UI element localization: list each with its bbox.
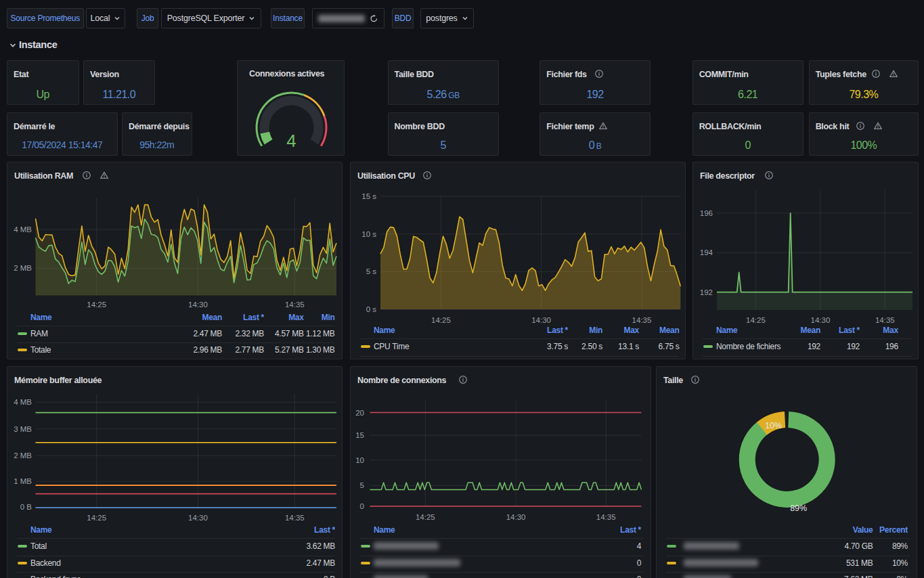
svg-text:14:35: 14:35 [596, 513, 616, 521]
svg-text:2 MB: 2 MB [14, 451, 32, 460]
svg-text:14:25: 14:25 [87, 301, 106, 309]
svg-text:0 B: 0 B [20, 503, 32, 511]
svg-text:4 MB: 4 MB [14, 225, 32, 234]
svg-text:14:35: 14:35 [632, 316, 652, 324]
svg-text:10: 10 [355, 456, 364, 464]
svg-text:5: 5 [360, 481, 364, 489]
svg-text:5 s: 5 s [366, 267, 377, 275]
svg-text:14:35: 14:35 [875, 316, 895, 324]
svg-text:14:25: 14:25 [431, 316, 451, 324]
svg-text:20: 20 [355, 409, 364, 417]
svg-text:15: 15 [355, 431, 364, 439]
svg-text:15 s: 15 s [361, 192, 376, 200]
svg-text:14:25: 14:25 [416, 513, 435, 521]
svg-text:14:30: 14:30 [506, 513, 526, 521]
svg-text:3 MB: 3 MB [14, 425, 32, 433]
svg-text:10%: 10% [765, 421, 782, 430]
svg-text:194: 194 [700, 248, 713, 257]
svg-text:14:30: 14:30 [811, 316, 831, 324]
svg-text:14:25: 14:25 [746, 316, 766, 324]
svg-text:14:30: 14:30 [531, 316, 551, 324]
svg-text:4 MB: 4 MB [14, 398, 32, 406]
svg-text:0 s: 0 s [366, 305, 377, 313]
svg-text:10 s: 10 s [361, 230, 376, 238]
svg-text:14:35: 14:35 [285, 301, 305, 309]
svg-text:2 MB: 2 MB [14, 264, 32, 272]
svg-text:192: 192 [700, 288, 713, 296]
svg-text:196: 196 [700, 209, 713, 217]
svg-text:14:30: 14:30 [188, 514, 208, 522]
svg-text:89%: 89% [790, 504, 807, 513]
svg-text:14:30: 14:30 [188, 301, 208, 309]
svg-text:14:35: 14:35 [285, 514, 305, 522]
svg-text:0: 0 [360, 502, 364, 510]
svg-text:1 MB: 1 MB [14, 477, 32, 485]
svg-text:14:25: 14:25 [87, 514, 106, 522]
